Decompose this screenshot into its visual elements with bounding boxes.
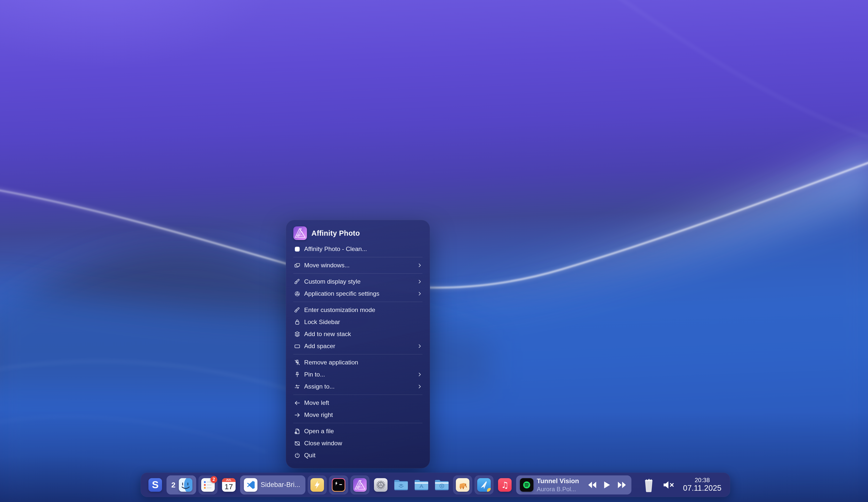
menu-separator [293, 395, 422, 395]
play-button[interactable] [601, 477, 613, 493]
menu-item-label: Assign to... [304, 383, 414, 390]
dock-item-stack-folder[interactable] [392, 473, 410, 497]
menu-item-add-to-new-stack[interactable]: Add to new stack [286, 328, 430, 340]
menu-item-pin-to[interactable]: Pin to... [286, 368, 430, 380]
dock-item-system-settings[interactable] [372, 473, 390, 497]
menu-item-label: Custom display style [304, 278, 414, 285]
paper-plane-icon [477, 478, 491, 492]
now-playing-widget[interactable]: Tunnel Vision Aurora B.Pol... [516, 475, 631, 494]
menu-item-label: Add spacer [304, 343, 414, 349]
menu-item-label: Remove application [304, 359, 422, 366]
context-menu-header: Affinity Photo [286, 226, 430, 243]
menu-item-label: Add to new stack [304, 331, 422, 338]
gear-outline-icon [293, 290, 301, 297]
dock-item-volume-muted[interactable] [660, 473, 678, 497]
clock-date: 07.11.2025 [683, 484, 722, 493]
menu-item-open-a-file[interactable]: Open a file [286, 425, 430, 437]
running-app-tile [329, 475, 348, 494]
dock-item-sidebar-app[interactable]: S [146, 473, 164, 497]
menu-item-affinity-photo-clean-window[interactable]: Affinity Photo - Clean... [286, 243, 430, 255]
window-count: 2 [170, 481, 176, 489]
affinity-photo-icon [353, 478, 367, 492]
window-thumb-icon [293, 246, 301, 252]
chevron-right-icon [417, 372, 422, 377]
chevron-right-icon [417, 291, 422, 296]
clock-time: 20:38 [695, 477, 710, 483]
calendar-icon: JUL 17 [222, 478, 236, 492]
power-icon [293, 452, 301, 459]
menu-item-label: Quit [304, 452, 422, 459]
menu-item-assign-to[interactable]: Assign to... [286, 380, 430, 393]
dock-item-spark-mail[interactable] [474, 473, 494, 497]
vscode-icon [244, 478, 257, 492]
calendar-day: 17 [222, 482, 236, 492]
wallpaper [0, 0, 868, 502]
menu-item-quit[interactable]: Quit [286, 449, 430, 461]
menu-item-label: Affinity Photo - Clean... [304, 245, 422, 252]
dock-item-downloads-folder[interactable] [433, 473, 451, 497]
speaker-muted-icon [663, 480, 675, 490]
menu-item-lock-sidebar[interactable]: Lock Sidebar [286, 316, 430, 328]
chevron-right-icon [417, 343, 422, 349]
dock-item-applications-folder[interactable] [412, 473, 431, 497]
dock-item-finder-windows[interactable]: 2 [166, 473, 196, 497]
menu-separator [293, 302, 422, 302]
menu-item-label: Close window [304, 440, 422, 447]
menu-separator [293, 257, 422, 257]
now-playing-artist: Aurora B.Pol... [537, 486, 583, 493]
swap-arrows-icon [293, 383, 301, 390]
dock-item-lightning-app[interactable] [308, 473, 327, 497]
folder-applications-icon [414, 479, 429, 491]
running-app-tile [308, 475, 327, 494]
dock-item-vscode-window[interactable]: Sidebar-Bri... [240, 473, 306, 497]
menu-item-label: Pin to... [304, 371, 414, 378]
menu-item-close-window[interactable]: Close window [286, 437, 430, 449]
dock: S 22 JUL 17 Sidebar-Bri...♫ Tunnel Visio… [141, 473, 730, 497]
open-file-icon [293, 428, 301, 435]
notification-badge: 2 [210, 476, 217, 483]
menu-item-move-right[interactable]: Move right [286, 409, 430, 421]
arrow-left-icon [293, 400, 301, 406]
menu-item-move-left[interactable]: Move left [286, 397, 430, 409]
now-playing-info: Tunnel Vision Aurora B.Pol... [537, 477, 583, 493]
menu-item-label: Move left [304, 399, 422, 406]
dock-item-terminal[interactable] [329, 473, 348, 497]
chevron-right-icon [417, 263, 422, 268]
dock-item-calendar[interactable]: JUL 17 [220, 473, 238, 497]
window-group-tile: Sidebar-Bri... [240, 475, 306, 494]
menu-item-application-specific-settings[interactable]: Application specific settings [286, 287, 430, 300]
dock-item-apple-music[interactable]: ♫ [496, 473, 514, 497]
dock-item-origami-elephant-app[interactable] [453, 473, 472, 497]
dock-item-clock[interactable]: 20:38 07.11.2025 [680, 473, 725, 497]
running-app-tile [474, 475, 494, 494]
running-app-tile [350, 475, 370, 494]
gear-app-icon [374, 478, 388, 492]
menu-item-remove-application[interactable]: Remove application [286, 356, 430, 368]
menu-sections: Move windows...Custom display styleAppli… [286, 259, 430, 461]
stack-icon [293, 331, 301, 338]
menu-item-label: Lock Sidebar [304, 318, 422, 326]
menu-item-custom-display-style[interactable]: Custom display style [286, 275, 430, 287]
spotify-icon [520, 478, 534, 492]
terminal-icon [332, 478, 345, 492]
dock-item-trash[interactable] [640, 473, 658, 497]
dock-item-affinity-photo[interactable] [350, 473, 370, 497]
folder-downloads-icon [434, 479, 449, 491]
chevron-right-icon [417, 279, 422, 284]
trash-icon [643, 478, 654, 492]
fast-forward-button[interactable] [616, 477, 628, 493]
sidebar-s-icon: S [148, 478, 162, 492]
finder-icon [179, 478, 193, 492]
menu-item-label: Open a file [304, 428, 422, 435]
folder-stack-icon [394, 479, 409, 491]
dock-item-reminders[interactable]: 2 [198, 473, 217, 497]
menu-item-move-windows[interactable]: Move windows... [286, 259, 430, 271]
menu-item-label: Enter customization mode [304, 306, 422, 314]
menu-item-enter-customization-mode[interactable]: Enter customization mode [286, 304, 430, 316]
menu-item-add-spacer[interactable]: Add spacer [286, 340, 430, 352]
origami-elephant-icon [456, 478, 469, 492]
window-group-tile: 2 [166, 475, 196, 494]
rewind-button[interactable] [587, 477, 598, 493]
reminders-icon: 2 [201, 478, 215, 492]
spacer-icon [293, 343, 301, 349]
